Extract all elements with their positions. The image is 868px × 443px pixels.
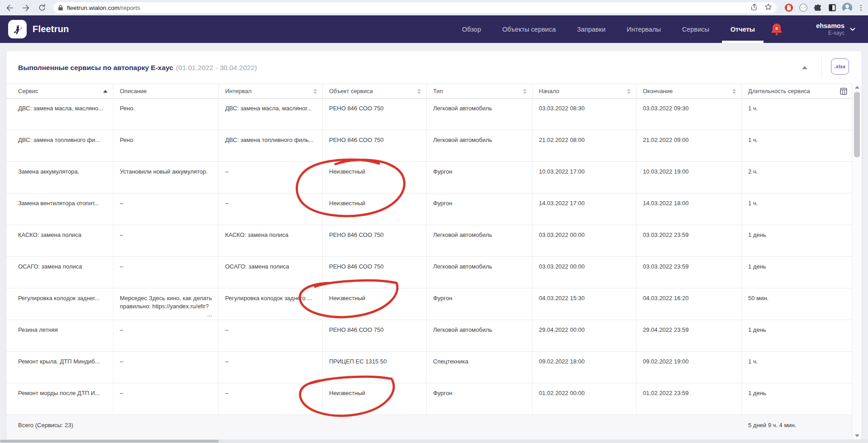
page-horizontal-scrollbar[interactable] bbox=[0, 439, 868, 443]
cell-description: – bbox=[113, 383, 219, 415]
cell-interval: – bbox=[219, 193, 323, 225]
cell-start: 09.02.2022 18:00 bbox=[533, 352, 637, 383]
table-vertical-scrollbar[interactable] bbox=[852, 84, 862, 439]
cell-interval: КАСКО: замена полиса bbox=[219, 225, 323, 256]
cell-end: 29.04.2022 23:59 bbox=[637, 320, 742, 351]
notifications-button[interactable]: 8 bbox=[769, 22, 784, 37]
truncation-ellipsis: ... bbox=[207, 311, 212, 319]
column-header-unit[interactable]: Объект сервиса bbox=[323, 84, 427, 98]
nav-item-заправки[interactable]: Заправки bbox=[577, 15, 605, 43]
table-row[interactable]: Резина летняя––РЕНО 846 СОО 750Легковой … bbox=[6, 320, 852, 352]
table-row[interactable]: Ремонт морды после ДТП И...––Неизвестный… bbox=[6, 383, 852, 415]
cell-description: Рено. bbox=[113, 99, 219, 130]
cell-type: Легковой автомобиль bbox=[427, 225, 533, 256]
cell-end: 21.02.2022 09:00 bbox=[637, 130, 742, 161]
cell-description: Рено bbox=[113, 130, 219, 161]
table-row[interactable]: Замена аккумулятора.Установили новый акк… bbox=[6, 162, 852, 193]
address-bar[interactable]: fleetrun.wialon.com/reports bbox=[53, 2, 777, 13]
column-header-type[interactable]: Тип bbox=[427, 84, 533, 98]
nav-item-интервалы[interactable]: Интервалы bbox=[627, 15, 661, 43]
cell-unit: Неизвестный bbox=[323, 193, 427, 225]
notification-bell-icon: 8 bbox=[770, 22, 783, 37]
nav-item-отчеты[interactable]: Отчеты bbox=[731, 15, 755, 43]
cell-duration: 1 ч. bbox=[742, 193, 852, 225]
table-row[interactable]: ОСАГО: замена полиса–ОСАГО: замена полис… bbox=[6, 257, 852, 288]
adblock-extension-icon[interactable] bbox=[784, 3, 793, 12]
column-header-interval[interactable]: Интервал bbox=[219, 84, 323, 98]
browser-reload-button[interactable] bbox=[35, 1, 49, 14]
scroll-down-arrow[interactable] bbox=[855, 434, 859, 437]
share-icon[interactable] bbox=[750, 3, 758, 13]
sort-ascending-icon[interactable] bbox=[103, 90, 108, 93]
export-xlsx-button[interactable]: .xlsx bbox=[831, 58, 849, 75]
cell-unit: ПРИЦЕП ЕС 1315 50 bbox=[323, 352, 427, 383]
table-row[interactable]: ДВС: замена топливного фи...РеноДВС: зам… bbox=[6, 130, 852, 162]
browser-profile-avatar[interactable] bbox=[842, 3, 852, 13]
browser-menu-icon[interactable]: ⋮ bbox=[858, 4, 864, 12]
cell-duration: 1 день bbox=[742, 383, 852, 415]
cell-description: – bbox=[113, 352, 219, 383]
cell-unit: Неизвестный bbox=[323, 288, 427, 320]
scroll-up-arrow[interactable] bbox=[855, 86, 859, 89]
url-text: fleetrun.wialon.com/reports bbox=[67, 5, 140, 11]
sort-icon[interactable] bbox=[523, 89, 527, 94]
browser-forward-button[interactable] bbox=[19, 1, 33, 14]
cell-start: 03.03.2022 08:30 bbox=[533, 99, 637, 130]
cell-start: 03.03.2022 00:00 bbox=[533, 225, 637, 256]
table-row[interactable]: Регулировка колодок заднег...Мерседес Зд… bbox=[6, 288, 852, 320]
sort-icon[interactable] bbox=[417, 89, 421, 94]
browser-back-button[interactable] bbox=[3, 1, 16, 14]
cell-duration: 50 мин. bbox=[742, 288, 852, 320]
extension-circle-icon[interactable] bbox=[799, 3, 808, 12]
sort-icon[interactable] bbox=[627, 89, 631, 94]
cell-start: 21.02.2022 08:00 bbox=[533, 130, 637, 161]
sort-icon[interactable] bbox=[732, 89, 736, 94]
cell-service: Ремонт морды после ДТП И... bbox=[6, 383, 113, 415]
cell-interval: Регулировка колодок заднего ... bbox=[219, 288, 323, 320]
cell-start: 01.02.2022 00:00 bbox=[533, 383, 637, 415]
report-header: Выполненные сервисы по автопарку Е-хаус(… bbox=[6, 51, 862, 84]
cell-type: Фургон bbox=[427, 383, 533, 415]
cell-interval: ДВС: замена топливного филь... bbox=[219, 130, 323, 161]
cell-interval: – bbox=[219, 162, 323, 193]
horizontal-scrollbar-thumb[interactable] bbox=[0, 440, 219, 443]
cell-description: Установили новый аккумулятор. bbox=[113, 162, 219, 193]
cell-service: Ремонт крыла. ДТП Миндиб... bbox=[6, 352, 113, 383]
column-chooser-icon[interactable] bbox=[840, 88, 847, 96]
column-header-service[interactable]: Сервис bbox=[6, 84, 113, 98]
cell-end: 03.03.2022 09:30 bbox=[637, 99, 742, 130]
cell-description: – bbox=[113, 193, 219, 225]
cell-end: 14.03.2022 18:00 bbox=[637, 193, 742, 225]
fleetrun-logo[interactable] bbox=[8, 20, 27, 38]
column-header-duration[interactable]: Длительность сервиса bbox=[742, 84, 852, 98]
nav-item-сервисы[interactable]: Сервисы bbox=[682, 15, 709, 43]
cell-unit: Неизвестный bbox=[323, 383, 427, 415]
main-navigation: ОбзорОбъекты сервисаЗаправкиИнтервалыСер… bbox=[462, 15, 755, 43]
cell-type: Фургон bbox=[427, 162, 533, 193]
table-row[interactable]: ДВС: замена масла, масляно...Рено.ДВС: з… bbox=[6, 99, 852, 130]
report-title: Выполненные сервисы по автопарку Е-хаус(… bbox=[18, 64, 257, 72]
services-table: СервисОписаниеИнтервалОбъект сервисаТипН… bbox=[6, 84, 852, 439]
user-menu[interactable]: ehsamos E-хаус bbox=[816, 15, 855, 43]
brand-name[interactable]: Fleetrun bbox=[33, 15, 69, 43]
column-label: Интервал bbox=[225, 88, 251, 94]
collapse-report-button[interactable] bbox=[798, 62, 811, 73]
table-row[interactable]: Замена вентилятора отопит...––Неизвестны… bbox=[6, 193, 852, 225]
cell-interval: – bbox=[219, 320, 323, 351]
table-row[interactable]: Ремонт крыла. ДТП Миндиб...––ПРИЦЕП ЕС 1… bbox=[6, 352, 852, 383]
scrollbar-thumb[interactable] bbox=[854, 92, 860, 157]
column-header-end[interactable]: Окончание bbox=[637, 84, 742, 98]
column-header-start[interactable]: Начало bbox=[533, 84, 637, 98]
table-row[interactable]: КАСКО: замена полиса–КАСКО: замена полис… bbox=[6, 225, 852, 257]
side-panel-icon[interactable] bbox=[828, 3, 837, 12]
nav-item-объекты-сервиса[interactable]: Объекты сервиса bbox=[502, 15, 556, 43]
cell-unit: Неизвестный bbox=[323, 162, 427, 193]
bookmark-star-icon[interactable] bbox=[764, 3, 772, 13]
extensions-puzzle-icon[interactable] bbox=[813, 3, 822, 12]
reload-icon bbox=[38, 4, 46, 12]
cell-start: 29.04.2022 00:00 bbox=[533, 320, 637, 351]
cell-type: Фургон bbox=[427, 193, 533, 225]
nav-item-обзор[interactable]: Обзор bbox=[462, 15, 481, 43]
cell-end: 04.03.2022 16:20 bbox=[637, 288, 742, 320]
sort-icon[interactable] bbox=[313, 89, 317, 94]
